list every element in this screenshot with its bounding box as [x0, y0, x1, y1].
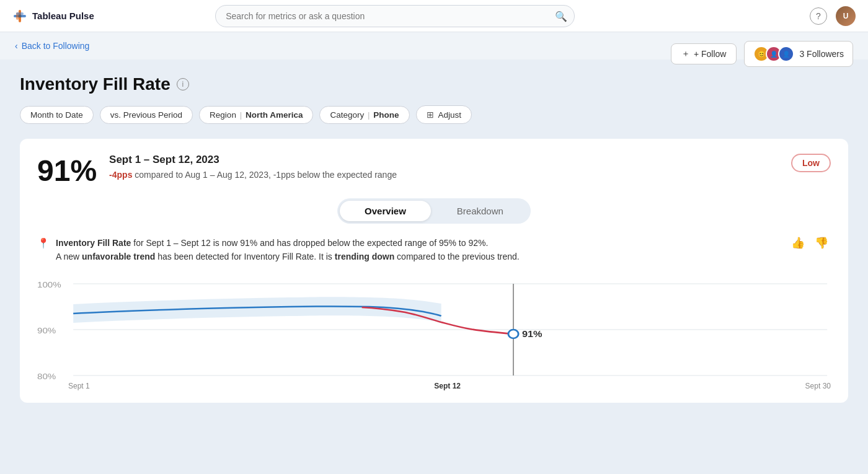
period-filter-label: vs. Previous Period — [110, 110, 182, 120]
user-avatar[interactable]: U — [836, 6, 856, 26]
tab-breakdown[interactable]: Breakdown — [432, 201, 528, 221]
region-filter-pill[interactable]: Region | North America — [199, 106, 313, 124]
back-arrow-icon: ‹ — [15, 41, 18, 51]
category-filter-pill[interactable]: Category | Phone — [319, 106, 409, 124]
tab-group: Overview Breakdown — [337, 198, 531, 224]
svg-text:80%: 80% — [37, 372, 56, 381]
insight-line2-mid: has been detected for Inventory Fill Rat… — [157, 252, 335, 261]
metric-neg-value: -4pps — [109, 170, 132, 180]
insight-bold-metric: Inventory Fill Rate — [56, 238, 131, 248]
back-to-following-link[interactable]: ‹ Back to Following — [15, 41, 89, 51]
insight-line2-end: compared to the previous trend. — [397, 252, 520, 261]
insight-text-start: for Sept 1 – Sept 12 is now 91% and has … — [131, 238, 488, 248]
search-icon: 🔍 — [555, 10, 567, 22]
insight-pin-icon: 📍 — [37, 237, 50, 249]
thumbs-up-button[interactable]: 👍 — [789, 236, 807, 250]
metric-value: 91% — [37, 154, 97, 186]
category-label: Category — [330, 110, 364, 120]
topnav-right: ? U — [810, 6, 856, 26]
insight-trending-down: trending down — [335, 252, 394, 261]
metric-date-range: Sept 1 – Sept 12, 2023 — [109, 154, 397, 166]
category-separator: | — [368, 110, 372, 120]
metric-detail: Sept 1 – Sept 12, 2023 -4pps compared to… — [109, 154, 397, 180]
tab-bar: Overview Breakdown — [37, 198, 831, 224]
search-input[interactable] — [215, 5, 575, 27]
back-label: Back to Following — [22, 41, 90, 51]
adjust-icon: ⊞ — [427, 110, 434, 120]
info-icon[interactable]: i — [177, 78, 189, 90]
chart-x-label-sept12: Sept 12 — [434, 382, 461, 390]
chart-value-label: 91% — [522, 329, 542, 339]
follow-label: + Follow — [694, 49, 727, 59]
svg-rect-3 — [16, 12, 24, 15]
metric-comparison-rest: compared to Aug 1 – Aug 12, 2023, -1pps … — [135, 170, 397, 180]
insight-row: 📍 Inventory Fill Rate for Sept 1 – Sept … — [37, 236, 831, 264]
svg-point-4 — [19, 14, 22, 17]
date-filter-pill[interactable]: Month to Date — [20, 106, 94, 124]
metric-card: 91% Sept 1 – Sept 12, 2023 -4pps compare… — [20, 139, 848, 403]
metric-header: 91% Sept 1 – Sept 12, 2023 -4pps compare… — [37, 154, 831, 186]
chart-x-label-sept30: Sept 30 — [805, 382, 831, 390]
adjust-label: Adjust — [438, 110, 462, 120]
region-separator: | — [240, 110, 244, 120]
chart-x-axis: Sept 1 Sept 12 Sept 30 — [68, 382, 831, 390]
insight-line2-start: A new — [56, 252, 82, 261]
chart-current-dot — [508, 330, 518, 338]
follow-plus-icon: ＋ — [681, 48, 690, 59]
thumbs-down-button[interactable]: 👎 — [812, 236, 831, 250]
metric-badge: Low — [791, 154, 831, 172]
period-filter-pill[interactable]: vs. Previous Period — [100, 106, 193, 124]
main-content: Inventory Fill Rate i Month to Date vs. … — [0, 59, 868, 418]
followers-count: 3 Followers — [799, 49, 844, 59]
region-value: North America — [246, 110, 303, 120]
filter-pills: Month to Date vs. Previous Period Region… — [20, 105, 848, 124]
chart-svg: 100% 90% 80% 91% — [37, 276, 831, 388]
category-value: Phone — [373, 110, 399, 120]
metric-left: 91% Sept 1 – Sept 12, 2023 -4pps compare… — [37, 154, 397, 186]
page-title-row: Inventory Fill Rate i — [20, 74, 848, 94]
svg-text:100%: 100% — [37, 280, 61, 289]
svg-text:90%: 90% — [37, 326, 56, 335]
insight-unfavorable: unfavorable trend — [82, 252, 155, 261]
chart-x-label-sept1: Sept 1 — [68, 382, 90, 390]
page-title: Inventory Fill Rate — [20, 74, 170, 94]
search-bar[interactable]: 🔍 — [215, 5, 575, 27]
date-filter-label: Month to Date — [30, 110, 83, 120]
app-name: Tableau Pulse — [32, 11, 94, 21]
metric-comparison: -4pps compared to Aug 1 – Aug 12, 2023, … — [109, 170, 397, 180]
help-icon[interactable]: ? — [810, 7, 827, 25]
region-label: Region — [210, 110, 236, 120]
insight-actions: 👍 👎 — [789, 236, 831, 250]
tab-overview[interactable]: Overview — [340, 201, 431, 221]
top-nav: Tableau Pulse 🔍 ? U — [0, 0, 868, 32]
adjust-pill[interactable]: ⊞ Adjust — [416, 105, 472, 124]
tableau-logo-icon — [12, 9, 27, 24]
app-logo: Tableau Pulse — [12, 9, 94, 24]
chart-container: 100% 90% 80% 91% — [37, 276, 831, 388]
insight-text: Inventory Fill Rate for Sept 1 – Sept 12… — [56, 236, 782, 264]
